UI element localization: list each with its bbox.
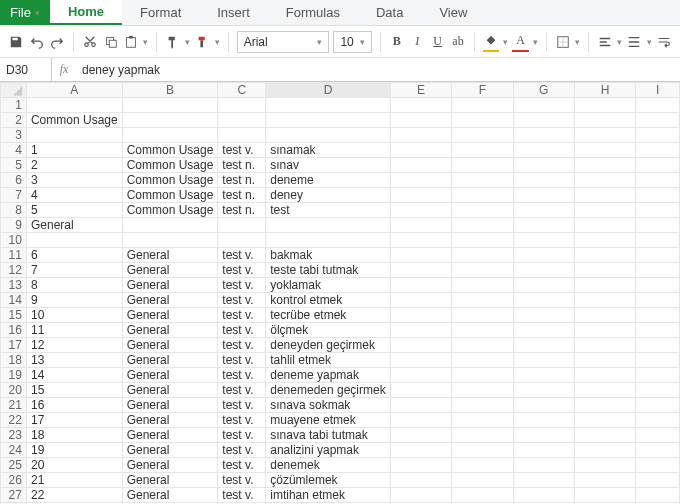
row-header[interactable]: 7 xyxy=(1,188,27,203)
cell[interactable]: deney xyxy=(266,188,390,203)
column-header-F[interactable]: F xyxy=(452,83,513,98)
cell[interactable]: test v. xyxy=(218,323,266,338)
cell[interactable]: General xyxy=(122,368,218,383)
cell[interactable] xyxy=(574,443,635,458)
cell[interactable] xyxy=(122,218,218,233)
cell[interactable] xyxy=(390,458,451,473)
cell[interactable] xyxy=(390,173,451,188)
cell[interactable]: Common Usage xyxy=(122,143,218,158)
cell[interactable]: 15 xyxy=(26,383,122,398)
cell[interactable] xyxy=(390,158,451,173)
cell[interactable] xyxy=(218,98,266,113)
select-all-corner[interactable]: ◢ xyxy=(1,83,27,98)
cell[interactable] xyxy=(452,428,513,443)
cell[interactable]: test v. xyxy=(218,143,266,158)
cell[interactable] xyxy=(574,488,635,503)
cell[interactable]: 11 xyxy=(26,323,122,338)
cell[interactable]: test v. xyxy=(218,263,266,278)
menu-tab-formulas[interactable]: Formulas xyxy=(268,0,358,25)
cell[interactable] xyxy=(636,203,680,218)
cell[interactable]: tecrübe etmek xyxy=(266,308,390,323)
row-header[interactable]: 15 xyxy=(1,308,27,323)
cell[interactable]: test v. xyxy=(218,428,266,443)
cell[interactable] xyxy=(574,413,635,428)
row-header[interactable]: 27 xyxy=(1,488,27,503)
row-header[interactable]: 19 xyxy=(1,368,27,383)
cell[interactable] xyxy=(513,263,574,278)
file-menu[interactable]: File ▾ xyxy=(0,0,50,25)
chevron-down-icon[interactable]: ▾ xyxy=(575,37,580,47)
cell[interactable] xyxy=(513,218,574,233)
italic-icon[interactable]: I xyxy=(409,32,425,52)
cell[interactable]: test v. xyxy=(218,353,266,368)
strikethrough-icon[interactable]: ab xyxy=(450,32,466,52)
cell[interactable] xyxy=(636,353,680,368)
font-size-select[interactable]: 10 ▾ xyxy=(333,31,371,53)
cell[interactable] xyxy=(26,128,122,143)
cell[interactable] xyxy=(390,203,451,218)
cell[interactable]: 9 xyxy=(26,293,122,308)
row-header[interactable]: 25 xyxy=(1,458,27,473)
wrap-text-icon[interactable] xyxy=(656,32,672,52)
cell[interactable] xyxy=(452,143,513,158)
row-header[interactable]: 20 xyxy=(1,383,27,398)
paste-icon[interactable] xyxy=(123,32,139,52)
cell[interactable] xyxy=(636,398,680,413)
cell[interactable]: denemeden geçirmek xyxy=(266,383,390,398)
align-left-icon[interactable] xyxy=(597,32,613,52)
cell[interactable] xyxy=(636,428,680,443)
cell[interactable] xyxy=(452,113,513,128)
cut-icon[interactable] xyxy=(82,32,98,52)
underline-icon[interactable]: U xyxy=(429,32,445,52)
cell[interactable]: test n. xyxy=(218,158,266,173)
cell[interactable] xyxy=(266,233,390,248)
cell[interactable]: test v. xyxy=(218,248,266,263)
cell[interactable]: General xyxy=(122,263,218,278)
cell[interactable] xyxy=(513,203,574,218)
cell[interactable] xyxy=(513,383,574,398)
name-box[interactable]: D30 xyxy=(0,58,52,81)
column-header-E[interactable]: E xyxy=(390,83,451,98)
clear-format-icon[interactable] xyxy=(194,32,210,52)
cell[interactable] xyxy=(636,338,680,353)
cell[interactable] xyxy=(636,143,680,158)
cell[interactable] xyxy=(574,353,635,368)
cell[interactable]: General xyxy=(122,398,218,413)
cell[interactable]: 17 xyxy=(26,413,122,428)
cell[interactable] xyxy=(636,473,680,488)
cell[interactable] xyxy=(636,263,680,278)
cell[interactable] xyxy=(513,308,574,323)
cell[interactable] xyxy=(513,338,574,353)
cell[interactable] xyxy=(513,188,574,203)
chevron-down-icon[interactable]: ▾ xyxy=(185,37,190,47)
format-painter-icon[interactable] xyxy=(165,32,181,52)
cell[interactable] xyxy=(452,233,513,248)
cell[interactable] xyxy=(636,128,680,143)
cell[interactable]: General xyxy=(122,473,218,488)
cell[interactable]: deneme yapmak xyxy=(266,368,390,383)
cell[interactable] xyxy=(574,158,635,173)
cell[interactable] xyxy=(452,158,513,173)
cell[interactable] xyxy=(574,218,635,233)
cell[interactable]: 16 xyxy=(26,398,122,413)
cell[interactable] xyxy=(452,353,513,368)
cell[interactable]: 5 xyxy=(26,203,122,218)
cell[interactable]: test v. xyxy=(218,458,266,473)
cell[interactable]: test v. xyxy=(218,338,266,353)
row-header[interactable]: 11 xyxy=(1,248,27,263)
cell[interactable] xyxy=(218,128,266,143)
menu-tab-insert[interactable]: Insert xyxy=(199,0,268,25)
column-header-H[interactable]: H xyxy=(574,83,635,98)
chevron-down-icon[interactable]: ▾ xyxy=(503,37,508,47)
row-header[interactable]: 22 xyxy=(1,413,27,428)
cell[interactable]: General xyxy=(122,323,218,338)
cell[interactable] xyxy=(574,278,635,293)
cell[interactable]: test v. xyxy=(218,488,266,503)
cell[interactable] xyxy=(574,398,635,413)
cell[interactable]: Common Usage xyxy=(26,113,122,128)
cell[interactable] xyxy=(574,263,635,278)
cell[interactable] xyxy=(452,383,513,398)
cell[interactable]: General xyxy=(122,293,218,308)
cell[interactable] xyxy=(452,263,513,278)
cell[interactable]: General xyxy=(26,218,122,233)
